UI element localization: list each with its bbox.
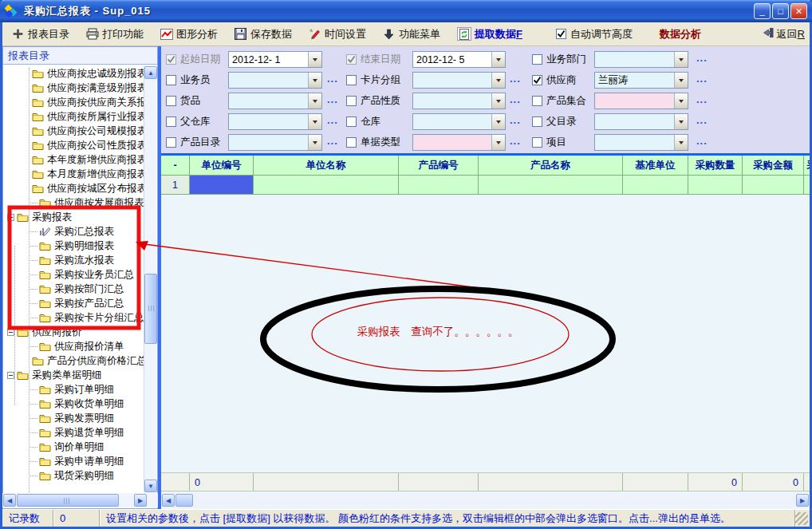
grid-cell-selected[interactable] bbox=[190, 176, 254, 195]
filter-combobox[interactable]: 2012-12- 5 bbox=[412, 51, 506, 68]
tree-collapse-icon[interactable] bbox=[7, 372, 14, 379]
filter-combobox[interactable] bbox=[594, 93, 688, 109]
extract-data-button[interactable]: 提取数据F bbox=[457, 27, 522, 41]
tree-item[interactable]: 供应商按满意级别报表 bbox=[4, 81, 145, 95]
tree-vertical-scrollbar[interactable]: ▲ ▼ bbox=[144, 66, 156, 492]
toolbar-button-4[interactable]: 保存数据 bbox=[230, 25, 296, 44]
filter-combobox[interactable]: 2012-12- 1 bbox=[228, 51, 322, 68]
close-button[interactable]: ✕ bbox=[790, 3, 807, 19]
filter-combobox[interactable] bbox=[594, 134, 688, 151]
chevron-down-icon[interactable] bbox=[674, 114, 688, 129]
grid-scroll-left-arrow-icon[interactable]: ◀ bbox=[162, 494, 175, 507]
tree-item[interactable]: 供应商按供应商关系报表 bbox=[4, 95, 145, 109]
grid-cell[interactable] bbox=[254, 176, 399, 195]
filter-checkbox[interactable] bbox=[166, 96, 176, 106]
chevron-down-icon[interactable] bbox=[674, 73, 688, 88]
filter-combobox[interactable] bbox=[412, 134, 506, 151]
maximize-button[interactable]: □ bbox=[772, 3, 789, 19]
chevron-down-icon[interactable] bbox=[308, 114, 321, 129]
tree-item-selected[interactable]: 采购汇总报表 bbox=[4, 224, 145, 239]
scroll-right-arrow-icon[interactable]: ▶ bbox=[134, 494, 147, 507]
grid-horizontal-scrollbar[interactable]: ◀ ▶ bbox=[161, 493, 810, 507]
toolbar-button-3[interactable]: 图形分析 bbox=[156, 25, 222, 44]
chevron-down-icon[interactable] bbox=[491, 135, 505, 150]
grid-cell[interactable] bbox=[399, 176, 479, 195]
chevron-down-icon[interactable] bbox=[308, 73, 321, 88]
tree-item[interactable]: 现货采购明细 bbox=[4, 468, 145, 483]
browse-ellipsis-button[interactable]: ... bbox=[510, 73, 521, 85]
chevron-down-icon[interactable] bbox=[491, 114, 505, 129]
tree-item[interactable]: 采购流水报表 bbox=[4, 253, 145, 267]
tree-item[interactable]: 本年度新增供应商报表 bbox=[4, 152, 145, 167]
filter-combobox[interactable] bbox=[228, 72, 322, 89]
browse-ellipsis-button[interactable]: ... bbox=[327, 114, 338, 126]
filter-checkbox[interactable] bbox=[346, 96, 357, 106]
grid-hscroll-thumb[interactable] bbox=[175, 494, 193, 507]
toolbar-button-5[interactable]: 时间设置 bbox=[304, 25, 370, 44]
grid-column-header[interactable]: 单位名称 bbox=[254, 156, 399, 176]
tree-item[interactable]: 采购退货单明细 bbox=[4, 425, 145, 440]
grid-cell[interactable] bbox=[688, 176, 743, 195]
tree-item[interactable]: 采购明细报表 bbox=[4, 239, 145, 253]
filter-checkbox[interactable] bbox=[532, 137, 542, 148]
browse-ellipsis-button[interactable]: ... bbox=[696, 114, 708, 126]
back-button[interactable]: 返回R bbox=[763, 27, 805, 41]
filter-combobox[interactable] bbox=[594, 113, 688, 130]
minimize-button[interactable]: _ bbox=[754, 3, 771, 19]
browse-ellipsis-button[interactable]: ... bbox=[696, 135, 708, 147]
browse-ellipsis-button[interactable]: ... bbox=[510, 135, 521, 147]
grid-column-header[interactable]: 采 bbox=[804, 156, 810, 176]
filter-combobox[interactable] bbox=[412, 93, 506, 109]
browse-ellipsis-button[interactable]: ... bbox=[696, 73, 708, 85]
chevron-down-icon[interactable] bbox=[674, 52, 688, 67]
grid-column-header[interactable]: 采购金额 bbox=[743, 156, 804, 176]
tree-item[interactable]: 本月度新增供应商报表 bbox=[4, 167, 145, 181]
toolbar-button-1[interactable]: 报表目录 bbox=[7, 25, 73, 44]
scroll-up-arrow-icon[interactable]: ▲ bbox=[144, 66, 157, 79]
tree-item[interactable]: 采购申请单明细 bbox=[4, 454, 145, 468]
browse-ellipsis-button[interactable]: ... bbox=[327, 135, 338, 147]
tree-item[interactable]: 采购发票明细 bbox=[4, 411, 145, 425]
browse-ellipsis-button[interactable]: ... bbox=[327, 73, 338, 85]
filter-checkbox[interactable] bbox=[532, 96, 542, 106]
tree-item[interactable]: 采购类单据明细 bbox=[4, 368, 145, 382]
filter-checkbox[interactable] bbox=[166, 54, 176, 65]
panel-splitter[interactable] bbox=[158, 46, 161, 509]
tree-item[interactable]: 采购订单明细 bbox=[4, 382, 145, 397]
tree-item[interactable]: 采购按业务员汇总 bbox=[4, 267, 145, 282]
filter-checkbox[interactable] bbox=[166, 137, 176, 148]
chevron-down-icon[interactable] bbox=[491, 93, 505, 109]
filter-combobox[interactable] bbox=[228, 113, 322, 130]
grid-column-header[interactable]: 单位编号 bbox=[190, 156, 254, 176]
tree-item[interactable]: 供应商按公司性质报表 bbox=[4, 138, 145, 152]
filter-combobox[interactable] bbox=[228, 93, 322, 109]
filter-checkbox[interactable] bbox=[532, 75, 542, 85]
auto-height-checkbox-group[interactable]: 自动调节高度 bbox=[556, 27, 633, 41]
tree-item[interactable]: 询价单明细 bbox=[4, 440, 145, 454]
chevron-down-icon[interactable] bbox=[308, 135, 321, 150]
grid-cell[interactable] bbox=[743, 176, 804, 195]
filter-combobox[interactable] bbox=[228, 134, 322, 151]
filter-combobox[interactable] bbox=[412, 72, 506, 89]
tree-item[interactable]: 采购收货单明细 bbox=[4, 397, 145, 411]
filter-checkbox[interactable] bbox=[346, 75, 357, 85]
tree-hscroll-thumb[interactable] bbox=[17, 494, 119, 507]
chevron-down-icon[interactable] bbox=[491, 52, 505, 67]
filter-combobox[interactable] bbox=[412, 113, 506, 130]
browse-ellipsis-button[interactable]: ... bbox=[327, 93, 338, 105]
scroll-down-arrow-icon[interactable]: ▼ bbox=[144, 480, 157, 492]
chevron-down-icon[interactable] bbox=[674, 135, 688, 150]
chevron-down-icon[interactable] bbox=[308, 52, 321, 67]
filter-combobox[interactable]: 兰丽涛 bbox=[594, 72, 688, 89]
tree-item[interactable]: 供应商按城区分布报表 bbox=[4, 181, 145, 195]
chevron-down-icon[interactable] bbox=[308, 93, 321, 109]
browse-ellipsis-button[interactable]: ... bbox=[696, 93, 708, 105]
resize-grip[interactable] bbox=[795, 512, 808, 525]
filter-checkbox[interactable] bbox=[532, 54, 542, 65]
tree-vscroll-thumb[interactable] bbox=[144, 274, 157, 344]
tree-collapse-icon[interactable] bbox=[7, 214, 14, 221]
filter-checkbox[interactable] bbox=[532, 116, 542, 127]
tree-item[interactable]: 供应商按发展商报表 bbox=[4, 195, 145, 210]
grid-cell[interactable] bbox=[623, 176, 688, 195]
tree-item[interactable]: 采购按产品汇总 bbox=[4, 296, 145, 310]
